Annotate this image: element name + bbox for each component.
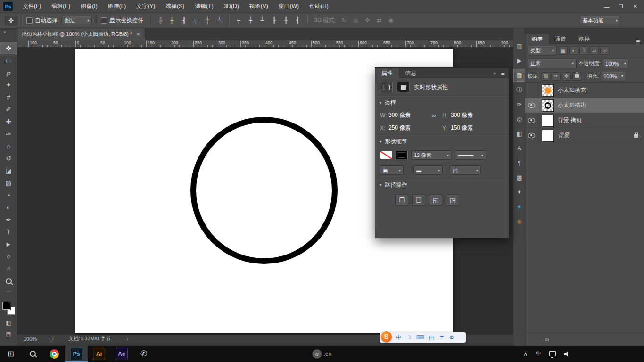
x-value[interactable]: 250 像素 xyxy=(388,124,425,132)
brush-presets-panel-icon[interactable]: ✑ xyxy=(513,98,525,111)
menu-item-5[interactable]: 选择(S) xyxy=(160,0,190,13)
active-tool-indicator[interactable]: ✜ xyxy=(5,16,17,25)
distribute-bottom-edges-icon[interactable]: ┷ xyxy=(257,16,267,25)
show-transform-checkbox[interactable] xyxy=(101,17,107,24)
screen-mode-button[interactable]: ▤ xyxy=(0,329,17,339)
ime-chinese-icon[interactable]: 中 xyxy=(396,332,402,343)
sogou-logo-icon[interactable]: S xyxy=(381,331,392,342)
intersect-shape-areas-button[interactable]: ◱ xyxy=(429,194,442,206)
stroke-align-dropdown[interactable]: ▣ xyxy=(380,165,404,175)
character-panel-icon[interactable]: A xyxy=(513,142,525,155)
align-horizontal-centers-icon[interactable]: ╫ xyxy=(167,16,177,25)
ellipse-stroke-shape[interactable] xyxy=(190,117,338,264)
height-value[interactable]: 300 像素 xyxy=(451,111,487,119)
auto-select-target-dropdown[interactable]: 图层 xyxy=(62,16,92,25)
tool-dodge[interactable]: ◐ xyxy=(0,201,17,214)
distribute-top-edges-icon[interactable]: ┯ xyxy=(233,16,244,25)
workspace-switcher-button[interactable]: 基本功能 xyxy=(580,16,620,25)
path-operations-section-header[interactable]: ▾ 路径操作 xyxy=(375,178,509,191)
3d-scale-icon[interactable]: ◉ xyxy=(386,16,396,25)
tool-eraser[interactable]: ◪ xyxy=(0,165,17,177)
tool-type[interactable]: T xyxy=(0,226,17,238)
mask-properties-icon[interactable] xyxy=(397,82,410,92)
taskbar-search-button[interactable] xyxy=(22,346,43,362)
ime-skin-icon[interactable]: ☂ xyxy=(439,332,444,343)
distribute-right-edges-icon[interactable]: ┨ xyxy=(292,16,303,25)
lock-position-button[interactable]: ✜ xyxy=(562,72,571,81)
tool-hand[interactable]: ☝ xyxy=(0,263,17,275)
layer-row-2[interactable]: 背景 拷贝 xyxy=(525,113,644,128)
tool-move[interactable]: ✜ xyxy=(0,42,17,54)
network-icon[interactable] xyxy=(549,351,556,356)
tool-ellipse[interactable]: ○ xyxy=(0,250,17,263)
width-value[interactable]: 300 像素 xyxy=(388,111,425,119)
layer-row-3[interactable]: 背景 xyxy=(525,128,644,143)
menu-item-8[interactable]: 视图(V) xyxy=(244,0,273,13)
start-button[interactable]: ⊞ xyxy=(0,346,22,362)
menu-item-9[interactable]: 窗口(W) xyxy=(273,0,304,13)
layer-visibility-toggle[interactable] xyxy=(525,113,538,128)
menu-item-3[interactable]: 图层(L) xyxy=(103,0,132,13)
quick-mask-button[interactable]: ◧ xyxy=(0,318,17,328)
window-minimize-button[interactable]: — xyxy=(600,0,614,13)
tool-quick-selection[interactable]: ✦ xyxy=(0,79,17,91)
ime-indicator[interactable]: 中 xyxy=(536,350,541,358)
layer-visibility-toggle[interactable] xyxy=(525,98,538,113)
tool-history-brush[interactable]: ↺ xyxy=(0,152,17,165)
status-options-chevron[interactable]: › xyxy=(127,336,129,342)
info-panel-icon[interactable]: ⓘ xyxy=(513,83,525,96)
menu-item-0[interactable]: 文件(F) xyxy=(17,0,46,13)
filter-adjustment-layers-button[interactable]: ◐ xyxy=(569,46,578,55)
layer-row-1[interactable]: 小太阳描边 xyxy=(525,98,644,113)
y-value[interactable]: 150 像素 xyxy=(451,124,487,132)
menu-item-6[interactable]: 滤镜(T) xyxy=(190,0,218,13)
stroke-corners-dropdown[interactable]: ◰ xyxy=(450,165,481,175)
layers-tab-2[interactable]: 路径 xyxy=(572,34,596,44)
align-bottom-edges-icon[interactable]: ╧ xyxy=(214,16,224,25)
panel-menu-icon[interactable]: ☰ xyxy=(501,71,505,76)
actions-panel-icon[interactable]: ▶ xyxy=(513,54,525,67)
tool-brush[interactable]: ✑ xyxy=(0,128,17,140)
filter-shape-layers-button[interactable]: ▱ xyxy=(590,46,599,55)
opacity-dropdown[interactable]: 100% xyxy=(603,59,629,68)
filter-type-dropdown[interactable]: 类型 xyxy=(528,46,557,55)
align-top-edges-icon[interactable]: ╤ xyxy=(190,16,201,25)
distribute-horizontal-centers-icon[interactable]: ╂ xyxy=(281,16,291,25)
properties-tab-1[interactable]: 信息 xyxy=(399,68,422,78)
menu-item-4[interactable]: 文字(Y) xyxy=(131,0,160,13)
ime-halfmoon-icon[interactable]: ☽ xyxy=(406,332,412,343)
stroke-width-dropdown[interactable]: 12 像素 xyxy=(411,150,452,160)
foreground-color-swatch[interactable] xyxy=(2,302,10,310)
taskbar-photoshop[interactable]: Ps xyxy=(65,346,88,362)
layer-visibility-toggle[interactable] xyxy=(525,83,538,98)
panel-menu-icon[interactable]: ☰ xyxy=(636,39,640,44)
kuler-panel-icon[interactable]: ◉ xyxy=(513,215,525,228)
menu-item-2[interactable]: 图像(I) xyxy=(75,0,102,13)
layer-visibility-toggle[interactable] xyxy=(525,128,538,143)
stroke-caps-dropdown[interactable]: ▬ xyxy=(413,165,443,175)
taskbar-after-effects[interactable]: Ae xyxy=(110,346,133,362)
collapse-tools-button[interactable]: » xyxy=(0,28,17,36)
swatches-panel-icon[interactable]: ▩ xyxy=(513,171,525,184)
subtract-front-shape-button[interactable]: ❑ xyxy=(412,194,425,206)
horizontal-ruler[interactable]: 1005005010015020025030035040045050055060… xyxy=(17,40,513,48)
window-close-button[interactable]: ✕ xyxy=(628,0,642,13)
blend-mode-dropdown[interactable]: 正常 xyxy=(528,59,577,68)
taskbar-illustrator[interactable]: Ai xyxy=(88,346,110,362)
live-shape-icon[interactable] xyxy=(380,82,393,92)
auto-select-checkbox[interactable] xyxy=(26,17,33,24)
tool-clone-stamp[interactable]: ⌂ xyxy=(0,140,17,152)
filter-pixel-layers-button[interactable]: ▦ xyxy=(559,46,568,55)
tool-pen[interactable]: ✒ xyxy=(0,214,17,226)
document-tab[interactable]: 描边风格小图标 @ 100% (小太阳描边, RGB/8) * × xyxy=(17,28,145,40)
tool-lasso[interactable]: ℘ xyxy=(0,66,17,79)
link-dimensions-icon[interactable]: ∞ xyxy=(425,112,442,119)
stroke-color-swatch[interactable] xyxy=(396,151,408,159)
distribute-left-edges-icon[interactable]: ┠ xyxy=(269,16,279,25)
ime-clipboard-icon[interactable]: ▤ xyxy=(429,332,434,343)
lock-transparent-pixels-button[interactable]: ▨ xyxy=(541,72,550,81)
clone-source-panel-icon[interactable]: ◎ xyxy=(513,113,525,125)
close-tab-icon[interactable]: × xyxy=(136,31,140,38)
fill-color-swatch[interactable] xyxy=(380,151,392,159)
histogram-panel-icon[interactable]: ▥ xyxy=(513,40,525,52)
